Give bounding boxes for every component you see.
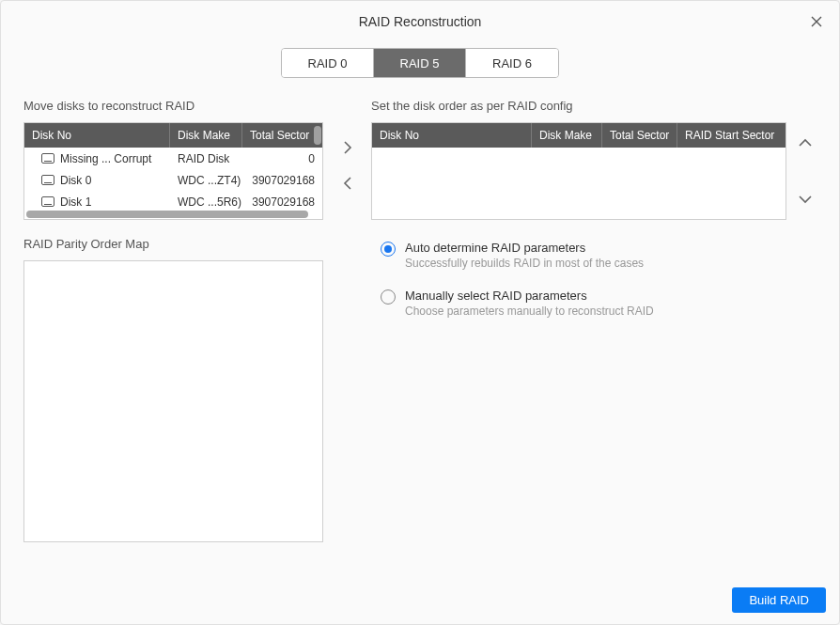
- right-panel-label: Set the disk order as per RAID config: [371, 99, 817, 113]
- destination-table-header: Disk No Disk Make Total Sector RAID Star…: [372, 123, 786, 148]
- col-total-sector[interactable]: Total Sector: [242, 123, 322, 148]
- raid-parameter-options: Auto determine RAID parameters Successfu…: [371, 241, 817, 336]
- option-auto-determine[interactable]: Auto determine RAID parameters Successfu…: [381, 241, 817, 270]
- cell-total-sector: 3907029168: [242, 174, 322, 187]
- transfer-arrows: [323, 99, 371, 624]
- source-table-body: Missing ... Corrupt RAID Disk 0 Disk 0 W…: [24, 148, 322, 212]
- cell-total-sector: 0: [242, 152, 322, 165]
- parity-map-section: RAID Parity Order Map: [23, 237, 323, 542]
- radio-auto[interactable]: [381, 242, 396, 257]
- move-left-button[interactable]: [336, 172, 359, 195]
- reorder-arrows: [794, 122, 817, 220]
- tab-raid0[interactable]: RAID 0: [282, 49, 374, 77]
- horizontal-scrollbar[interactable]: [26, 211, 308, 218]
- tab-raid6[interactable]: RAID 6: [466, 49, 558, 77]
- cell-disk-no: Disk 0: [60, 174, 91, 187]
- option-manual-select[interactable]: Manually select RAID parameters Choose p…: [381, 289, 817, 318]
- source-disk-table[interactable]: Disk No Disk Make Total Sector Missing .…: [23, 122, 323, 220]
- col-disk-no[interactable]: Disk No: [24, 123, 170, 148]
- parity-map-label: RAID Parity Order Map: [23, 237, 323, 251]
- cell-disk-no: Missing ... Corrupt: [60, 152, 151, 165]
- col-total-sector[interactable]: Total Sector: [602, 123, 677, 148]
- radio-manual-sub: Choose parameters manually to reconstruc…: [405, 305, 654, 318]
- chevron-up-icon: [799, 138, 812, 148]
- vertical-scrollbar[interactable]: [314, 126, 321, 145]
- dialog-header: RAID Reconstruction: [1, 1, 839, 42]
- cell-disk-make: WDC ...ZT4): [170, 174, 242, 187]
- build-raid-button[interactable]: Build RAID: [732, 587, 826, 613]
- cell-disk-make: WDC ...5R6): [170, 195, 242, 209]
- radio-manual-title: Manually select RAID parameters: [405, 289, 654, 303]
- move-right-button[interactable]: [336, 136, 359, 159]
- dialog-footer: Build RAID: [732, 587, 826, 613]
- col-disk-make[interactable]: Disk Make: [170, 123, 242, 148]
- content-area: Move disks to reconstruct RAID Disk No D…: [1, 99, 839, 624]
- chevron-right-icon: [343, 141, 352, 154]
- close-button[interactable]: [807, 12, 826, 31]
- move-up-button[interactable]: [794, 132, 817, 154]
- cell-disk-no: Disk 1: [60, 195, 91, 209]
- left-panel: Move disks to reconstruct RAID Disk No D…: [23, 99, 323, 624]
- close-icon: [811, 16, 822, 27]
- move-down-button[interactable]: [794, 188, 817, 211]
- radio-auto-sub: Successfully rebuilds RAID in most of th…: [405, 257, 644, 270]
- disk-icon: [41, 196, 54, 207]
- raid-tab-group: RAID 0 RAID 5 RAID 6: [281, 48, 559, 78]
- col-raid-start-sector[interactable]: RAID Start Sector: [677, 123, 786, 148]
- destination-disk-table[interactable]: Disk No Disk Make Total Sector RAID Star…: [371, 122, 786, 220]
- disk-icon: [41, 175, 54, 185]
- disk-icon: [41, 153, 54, 164]
- right-table-wrap: Disk No Disk Make Total Sector RAID Star…: [371, 122, 817, 220]
- chevron-down-icon: [799, 195, 812, 204]
- table-row[interactable]: Disk 1 WDC ...5R6) 3907029168: [24, 191, 322, 212]
- left-panel-label: Move disks to reconstruct RAID: [23, 99, 323, 113]
- table-row[interactable]: Disk 0 WDC ...ZT4) 3907029168: [24, 169, 322, 191]
- cell-total-sector: 3907029168: [242, 195, 322, 209]
- tab-raid5[interactable]: RAID 5: [374, 49, 466, 77]
- radio-text: Auto determine RAID parameters Successfu…: [405, 241, 644, 270]
- radio-text: Manually select RAID parameters Choose p…: [405, 289, 654, 318]
- raid-tabs: RAID 0 RAID 5 RAID 6: [1, 48, 839, 78]
- col-disk-no[interactable]: Disk No: [372, 123, 532, 148]
- chevron-left-icon: [343, 177, 352, 190]
- source-table-header: Disk No Disk Make Total Sector: [24, 123, 322, 148]
- parity-map-box: [23, 260, 323, 542]
- raid-reconstruction-dialog: RAID Reconstruction RAID 0 RAID 5 RAID 6…: [0, 0, 840, 625]
- col-disk-make[interactable]: Disk Make: [532, 123, 602, 148]
- table-row[interactable]: Missing ... Corrupt RAID Disk 0: [24, 148, 322, 169]
- right-panel: Set the disk order as per RAID config Di…: [371, 99, 817, 624]
- cell-disk-make: RAID Disk: [170, 152, 242, 165]
- radio-manual[interactable]: [381, 289, 396, 305]
- dialog-title: RAID Reconstruction: [1, 14, 839, 29]
- radio-auto-title: Auto determine RAID parameters: [405, 241, 644, 255]
